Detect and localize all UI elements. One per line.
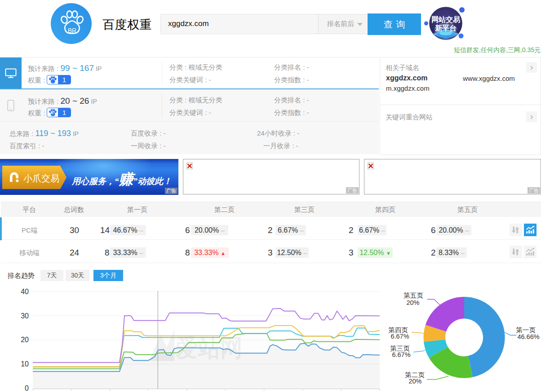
svg-text:10: 10 bbox=[21, 360, 29, 368]
svg-text:新平台: 新平台 bbox=[435, 24, 457, 32]
svg-text:0: 0 bbox=[25, 384, 29, 392]
svg-text:20%: 20% bbox=[406, 299, 419, 306]
svg-text:6.67%: 6.67% bbox=[392, 351, 410, 358]
svg-text:46.66%: 46.66% bbox=[517, 333, 539, 340]
svg-text:40: 40 bbox=[21, 288, 29, 295]
svg-text:6.67%: 6.67% bbox=[390, 333, 409, 340]
svg-text:网站交易: 网站交易 bbox=[431, 16, 460, 23]
svg-text:第五页: 第五页 bbox=[404, 292, 423, 299]
svg-text:20: 20 bbox=[21, 336, 29, 344]
svg-text:BR: BR bbox=[68, 27, 76, 34]
svg-text:第一页: 第一页 bbox=[516, 326, 536, 334]
svg-text:30: 30 bbox=[21, 312, 29, 320]
svg-text:20%: 20% bbox=[408, 378, 421, 385]
